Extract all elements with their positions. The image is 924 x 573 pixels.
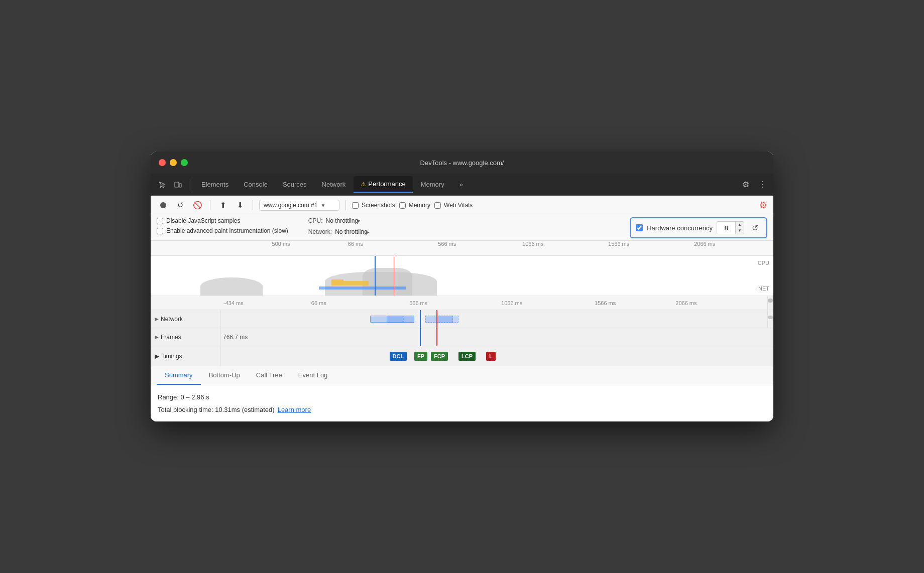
tab-call-tree[interactable]: Call Tree [248,366,290,385]
network-expand-arrow[interactable]: ▶ [155,316,159,322]
cpu-label: CPU [758,260,769,266]
reload-button[interactable]: ↺ [174,199,187,212]
network-bar-3 [403,316,414,323]
tab-console[interactable]: Console [237,177,275,192]
tab-summary[interactable]: Summary [157,366,201,385]
bottom-tab-bar: Summary Bottom-Up Call Tree Event Log [151,366,773,385]
timings-label: Timings [161,353,182,360]
timeline-overview-chart[interactable]: CPU NET [151,256,773,296]
timing-lcp[interactable]: LCP [458,352,476,361]
hw-increment-button[interactable]: ▲ [736,222,744,228]
scrollbar-track-2 [767,310,773,328]
ruler-mark-1066: 1066 ms [522,241,543,247]
cpu-shape-3 [363,268,412,296]
tab-bar: Elements Console Sources Network ⚠ Perfo… [151,174,773,196]
bottom-content: Range: 0 – 2.96 s Total blocking time: 1… [151,385,773,421]
network-throttle-arrow[interactable]: ▶ [366,229,370,235]
settings-icon[interactable]: ⚙ [739,178,752,191]
close-button[interactable] [159,159,166,166]
network-throttle-value: No throttling [335,228,368,235]
tab-bottom-up[interactable]: Bottom-Up [201,366,248,385]
enable-paint-checkbox[interactable] [157,228,163,234]
memory-checkbox[interactable] [399,202,406,209]
tab-more[interactable]: » [452,177,470,192]
enable-paint-checkbox-group: Enable advanced paint instrumentation (s… [157,227,288,234]
cpu-throttle-arrow[interactable]: ▼ [356,218,361,224]
ruler-mark-66: 66 ms [348,241,363,247]
toolbar-divider-2 [253,200,253,210]
ruler-mark-500: 500 ms [272,241,290,247]
download-button[interactable]: ⬇ [234,199,247,212]
settings-gear-icon[interactable]: ⚙ [759,200,767,211]
more-options-icon[interactable]: ⋮ [755,178,769,191]
toolbar-divider-3 [345,200,346,210]
minimize-button[interactable] [170,159,177,166]
network-bar-5 [436,316,458,323]
hw-decrement-button[interactable]: ▼ [736,228,744,234]
track-ruler-mark-566: 566 ms [409,300,427,306]
yellow-bar-1 [331,279,344,285]
hw-concurrency-spinners: ▲ ▼ [735,222,744,234]
hw-reset-button[interactable]: ↺ [748,221,761,234]
tab-sources[interactable]: Sources [276,177,314,192]
maximize-button[interactable] [181,159,188,166]
inspect-icon[interactable] [155,179,169,191]
disable-js-checkbox-group: Disable JavaScript samples [157,217,288,224]
frames-expand-arrow[interactable]: ▶ [155,334,159,340]
hw-concurrency-input-group: ▲ ▼ [717,221,744,234]
timeline-overview-ruler: 500 ms 66 ms 566 ms 1066 ms 1566 ms 2066… [151,241,773,256]
track-ruler-mark-434: -434 ms [223,300,244,306]
timings-expand-arrow[interactable]: ▶ [155,353,159,360]
record-button[interactable] [157,199,170,212]
frames-red-line [436,328,437,346]
cpu-shape-1 [200,277,263,296]
scrollbar-thumb[interactable] [768,299,773,303]
track-ruler-mark-2066: 2066 ms [675,300,697,306]
network-throttle-row: Network: No throttling ▶ [308,228,370,235]
toolbar-row2: Disable JavaScript samples Enable advanc… [151,215,773,241]
ruler-mark-1566: 1566 ms [608,241,629,247]
tab-event-log[interactable]: Event Log [290,366,336,385]
net-label: NET [758,285,769,292]
web-vitals-checkbox[interactable] [434,202,441,209]
upload-button[interactable]: ⬆ [216,199,229,212]
svg-point-2 [160,202,166,208]
url-dropdown-arrow: ▼ [320,203,325,208]
svg-rect-0 [175,182,179,187]
screenshots-checkbox[interactable] [352,202,359,209]
memory-label: Memory [409,202,430,209]
svg-rect-1 [179,184,181,187]
disable-js-checkbox[interactable] [157,218,163,224]
timing-dcl[interactable]: DCL [390,352,407,361]
selection-line-blue [375,256,376,296]
url-selector[interactable]: www.google.com #1 ▼ [259,200,339,211]
scrollbar-track [767,296,773,310]
toolbar2-center: CPU: No throttling ▼ Network: No throttl… [308,217,370,235]
network-track-label: ▶ Network [151,310,221,328]
toolbar2-left: Disable JavaScript samples Enable advanc… [157,217,288,234]
cpu-throttle-label: CPU: [308,217,323,224]
tab-elements[interactable]: Elements [194,177,236,192]
tab-memory[interactable]: Memory [414,177,451,192]
ruler-mark-566: 566 ms [438,241,456,247]
frames-value: 766.7 ms [223,334,248,341]
traffic-lights [159,159,188,166]
tabbar-right: ⚙ ⋮ [739,178,769,191]
device-toggle-icon[interactable] [171,179,185,191]
timeline-container: 500 ms 66 ms 566 ms 1066 ms 1566 ms 2066… [151,241,773,296]
learn-more-link[interactable]: Learn more [278,406,311,413]
hw-concurrency-input[interactable] [717,223,735,233]
timing-fp[interactable]: FP [414,352,427,361]
tab-performance[interactable]: ⚠ Performance [354,176,412,193]
timing-l[interactable]: L [486,352,496,361]
tab-network[interactable]: Network [315,177,353,192]
track-ruler-mark-1566: 1566 ms [595,300,616,306]
hw-concurrency-checkbox[interactable] [636,224,643,231]
blue-bar-1 [319,286,406,290]
web-vitals-checkbox-group: Web Vitals [434,202,473,209]
selection-line-red [394,256,395,296]
web-vitals-label: Web Vitals [444,202,473,209]
scrollbar-thumb-2[interactable] [768,316,773,319]
clear-button[interactable]: 🚫 [191,199,204,212]
timing-fcp[interactable]: FCP [431,352,448,361]
